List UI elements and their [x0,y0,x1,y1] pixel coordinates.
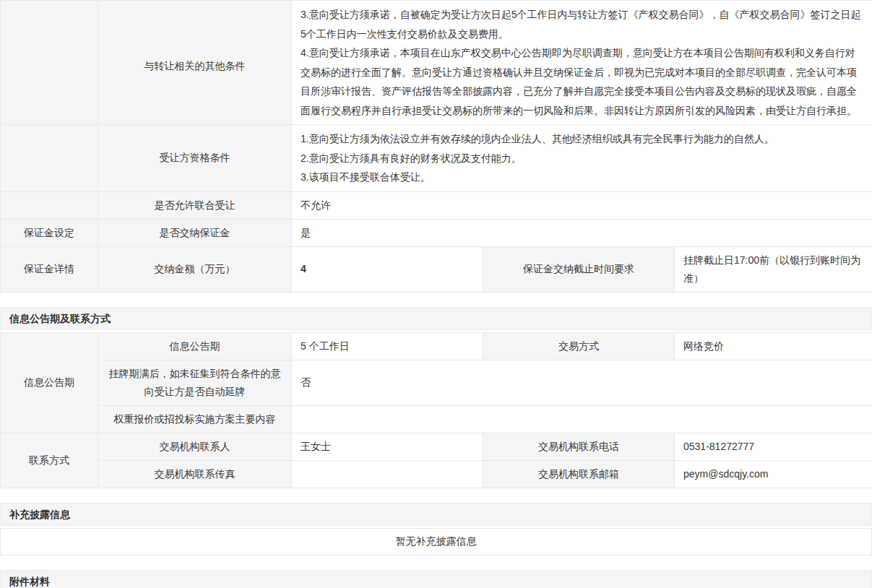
announcement-period-value: 5 个工作日 [292,332,483,360]
section-title-attachment: 附件材料 [0,570,872,588]
section-title-announcement: 信息公告期及联系方式 [0,307,872,330]
table-row: 交易机构联系传真 交易机构联系邮箱 peym@sdcqjy.com [1,460,872,488]
contact-email-label: 交易机构联系邮箱 [483,460,675,488]
qualification-label: 受让方资格条件 [98,125,292,192]
contact-person-label: 交易机构联系人 [98,433,292,460]
announcement-period-label: 信息公告期 [98,332,292,360]
table-row: 保证金设定 是否交纳保证金 是 [1,219,872,246]
section-title-supplement: 补充披露信息 [0,503,872,526]
deposit-amount-label: 交纳金额（万元） [98,246,292,292]
trade-mode-value: 网络竞价 [675,332,872,360]
condition-paragraph-4: 4.意向受让方须承诺，本项目在山东产权交易中心公告期即为尽职调查期，意向受让方在… [301,43,862,120]
condition-paragraph-3: 3.意向受让方须承诺，自被确定为受让方次日起5个工作日内与转让方签订《产权交易合… [301,5,862,43]
contact-person-value: 王女士 [292,433,483,460]
transfer-conditions-table: 与转让相关的其他条件 3.意向受让方须承诺，自被确定为受让方次日起5个工作日内与… [0,0,872,293]
listing-detail-page: 与转让相关的其他条件 3.意向受让方须承诺，自被确定为受让方次日起5个工作日内与… [0,0,872,588]
trade-mode-label: 交易方式 [483,332,675,360]
qualification-item-1: 1.意向受让方须为依法设立并有效存续的境内企业法人、其他经济组织或具有完全民事行… [301,129,862,149]
supplement-empty-row: 暂无补充披露信息 [0,528,872,555]
qualification-value: 1.意向受让方须为依法设立并有效存续的境内企业法人、其他经济组织或具有完全民事行… [292,125,872,192]
joint-transfer-label: 是否允许联合受让 [98,191,292,219]
bid-plan-value [292,405,872,433]
contact-group-label: 联系方式 [1,433,98,488]
announcement-group-label: 信息公告期 [1,332,98,433]
deposit-required-value: 是 [292,219,872,246]
table-row: 与转让相关的其他条件 3.意向受让方须承诺，自被确定为受让方次日起5个工作日内与… [1,1,872,125]
contact-phone-value: 0531-81272777 [675,433,872,460]
deposit-setting-group-label: 保证金设定 [1,219,98,246]
group-label-empty [1,125,98,192]
table-row: 信息公告期 信息公告期 5 个工作日 交易方式 网络竞价 [1,332,872,360]
table-row: 是否允许联合受让 不允许 [1,191,872,219]
other-conditions-label: 与转让相关的其他条件 [98,1,292,125]
table-row: 挂牌期满后，如未征集到符合条件的意向受让方是否自动延牌 否 [1,360,872,405]
bid-plan-label: 权重报价或招投标实施方案主要内容 [98,405,292,433]
table-row: 保证金详情 交纳金额（万元） 4 保证金交纳截止时间要求 挂牌截止日17:00前… [1,246,872,292]
contact-fax-label: 交易机构联系传真 [98,460,292,488]
group-label-empty [1,1,98,125]
joint-transfer-value: 不允许 [292,191,872,219]
deposit-amount-value: 4 [292,246,483,292]
deposit-required-label: 是否交纳保证金 [98,219,292,246]
auto-extend-value: 否 [292,360,872,405]
contact-fax-value [292,460,483,488]
deposit-deadline-value: 挂牌截止日17:00前（以银行到账时间为准） [675,246,872,292]
table-row: 联系方式 交易机构联系人 王女士 交易机构联系电话 0531-81272777 [1,433,872,460]
contact-email-value: peym@sdcqjy.com [675,460,872,488]
other-conditions-value: 3.意向受让方须承诺，自被确定为受让方次日起5个工作日内与转让方签订《产权交易合… [292,1,872,125]
qualification-item-3: 3.该项目不接受联合体受让。 [301,168,862,187]
qualification-item-2: 2.意向受让方须具有良好的财务状况及支付能力。 [301,149,862,168]
announcement-contact-table: 信息公告期 信息公告期 5 个工作日 交易方式 网络竞价 挂牌期满后，如未征集到… [0,332,872,488]
contact-phone-label: 交易机构联系电话 [483,433,675,460]
group-label-empty [1,191,98,219]
table-row: 权重报价或招投标实施方案主要内容 [1,405,872,433]
table-row: 受让方资格条件 1.意向受让方须为依法设立并有效存续的境内企业法人、其他经济组织… [1,125,872,192]
auto-extend-label: 挂牌期满后，如未征集到符合条件的意向受让方是否自动延牌 [98,360,292,405]
deposit-detail-group-label: 保证金详情 [1,246,98,292]
deposit-deadline-label: 保证金交纳截止时间要求 [483,246,675,292]
